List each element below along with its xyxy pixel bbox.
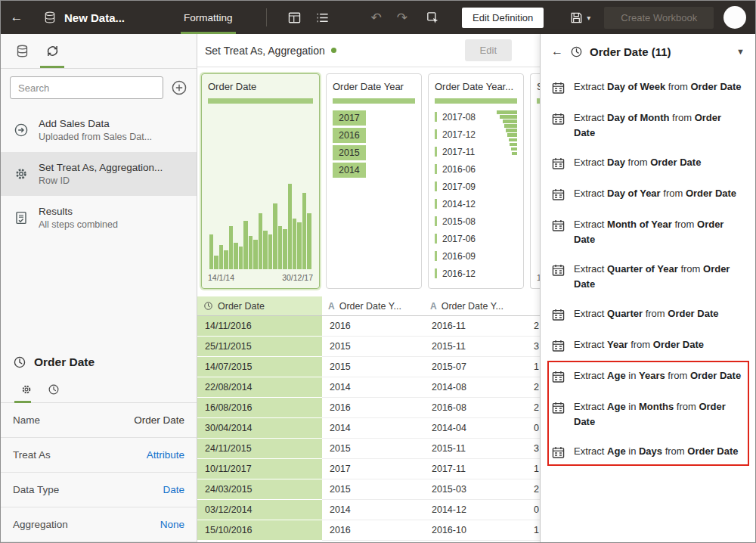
panel-item-extract[interactable]: Extract Month of Year from Order Date: [541, 209, 755, 254]
save-icon[interactable]: [569, 11, 584, 25]
histogram-bar: [234, 243, 237, 269]
table-cell: 2014-04: [424, 418, 526, 439]
step-text: ResultsAll steps combined: [39, 206, 118, 230]
histogram-bar: [278, 226, 282, 269]
value-label: 2017-06: [442, 234, 476, 244]
table-cell: 2014-08: [424, 377, 526, 398]
extract-date-icon: [551, 157, 565, 171]
histogram-bar: [268, 234, 272, 269]
table-cell: 25/11/2015: [197, 337, 322, 357]
create-workbook-button[interactable]: Create Workbook: [604, 7, 714, 29]
avatar[interactable]: [723, 6, 746, 29]
histogram-bar: [293, 219, 296, 269]
value-bar: [435, 234, 437, 244]
tab-column-options[interactable]: [13, 377, 40, 402]
add-step-icon[interactable]: [171, 79, 187, 96]
panel-list: Extract Day of Week from Order DateExtra…: [541, 69, 755, 542]
panel-item-extract[interactable]: Extract Quarter from Order Date: [541, 299, 755, 330]
histogram-bar: [307, 213, 311, 269]
property-value: Order Date: [134, 414, 184, 426]
back-button[interactable]: ←: [1, 1, 33, 34]
panel-item-extract[interactable]: Extract Quarter of Year from Order Date: [541, 254, 755, 299]
step-text: Set Treat As, Aggregation...Row ID: [39, 162, 163, 186]
histogram-bar: [259, 213, 262, 269]
panel-back-icon[interactable]: ←: [551, 45, 563, 58]
property-value[interactable]: None: [160, 519, 184, 530]
undo-icon[interactable]: ↶: [371, 11, 382, 24]
card-order-date-year-month[interactable]: Order Date Year...2017-082017-122017-112…: [428, 73, 524, 289]
table-cell: 2015-11: [424, 337, 526, 357]
histogram-bar: [283, 229, 287, 269]
value-bar: [435, 164, 437, 174]
panel-item-extract[interactable]: Extract Day from Order Date: [541, 147, 755, 178]
step-item[interactable]: Set Treat As, Aggregation...Row ID: [1, 152, 197, 196]
redo-icon[interactable]: ↷: [397, 11, 407, 24]
table-cell: 2017: [322, 459, 424, 479]
card-order-date[interactable]: Order Date14/1/1430/12/17: [201, 73, 320, 289]
panel-item-extract[interactable]: Extract Day of Year from Order Date: [541, 178, 755, 209]
tab-column-time[interactable]: [40, 377, 67, 402]
clock-icon: [203, 301, 213, 311]
search-input[interactable]: [10, 76, 163, 99]
extract-date-icon: [551, 81, 565, 95]
list-view-icon[interactable]: [315, 11, 330, 25]
edit-button[interactable]: Edit: [465, 39, 512, 61]
value-label: 2017-08: [442, 112, 476, 123]
save-caret-icon[interactable]: ▾: [587, 14, 590, 22]
inspect-icon[interactable]: [426, 11, 440, 25]
value-label: 2016-09: [442, 251, 476, 262]
table-cell: 2016-08: [424, 398, 526, 418]
table-cell: 2016: [322, 316, 424, 337]
property-value[interactable]: Attribute: [147, 449, 184, 461]
axis-label: 14/1/14: [208, 273, 234, 282]
value-bar: [435, 147, 437, 157]
table-cell: 2014: [322, 418, 424, 439]
property-value[interactable]: Date: [163, 484, 184, 495]
step-item[interactable]: Add Sales DataUploaded from Sales Dat...: [1, 108, 197, 152]
value-label: 2017-11: [442, 147, 475, 157]
table-cell: 16/08/2016: [197, 398, 322, 418]
value-label: 2017-09: [442, 182, 476, 192]
panel-item-text: Extract Year from Order Date: [574, 337, 704, 352]
panel-item-extract[interactable]: Extract Day of Week from Order Date: [541, 72, 755, 103]
table-cell: 2016-10: [424, 520, 526, 541]
histogram-bar: [219, 245, 223, 269]
panel-item-extract[interactable]: Extract Year from Order Date: [541, 330, 755, 361]
chevron-down-icon[interactable]: ▼: [736, 47, 745, 56]
modified-indicator: [331, 48, 336, 53]
panel-title: Order Date (11): [590, 45, 671, 58]
table-cell: 2015: [322, 439, 424, 459]
menu-formatting[interactable]: Formatting: [181, 1, 236, 34]
histogram-bar: [229, 226, 233, 269]
value-label: 2015-08: [442, 216, 476, 227]
card-title: Order Date Year: [333, 81, 415, 92]
sidebar-tabs: [1, 34, 197, 69]
tab-prepare[interactable]: [37, 34, 67, 68]
gear-icon: [20, 383, 33, 396]
property-label: Name: [13, 414, 40, 426]
extract-date-icon: [551, 188, 565, 202]
frequency-bar: [504, 124, 517, 128]
column-header[interactable]: AOrder Date Y...: [322, 296, 424, 315]
extract-date-icon: [551, 112, 565, 126]
step-item[interactable]: ResultsAll steps combined: [1, 196, 197, 240]
panel-item-extract[interactable]: Extract Age in Years from Order Date: [541, 361, 755, 392]
column-header-label: Order Date Y...: [339, 301, 401, 312]
frequency-bar: [497, 110, 517, 114]
column-header[interactable]: AOrder Date Y...: [424, 296, 526, 315]
property-row: AggregationNone: [1, 507, 197, 542]
frequency-bar: [503, 119, 517, 123]
grid-view-icon[interactable]: [287, 11, 302, 25]
table-cell: 2014: [322, 377, 424, 398]
edit-definition-button[interactable]: Edit Definition: [462, 8, 544, 28]
frequency-bar: [506, 129, 517, 132]
step-text: Add Sales DataUploaded from Sales Dat...: [39, 118, 152, 142]
card-order-date-year[interactable]: Order Date Year2017201620152014: [326, 73, 422, 289]
value-row: 2016-06: [435, 160, 517, 178]
panel-item-extract[interactable]: Extract Age in Months from Order Date: [541, 392, 755, 436]
card-title: Order Date Year...: [435, 81, 517, 92]
panel-item-extract[interactable]: Extract Day of Month from Order Date: [541, 103, 755, 147]
panel-item-extract[interactable]: Extract Age in Days from Order Date: [541, 436, 755, 467]
tab-data[interactable]: [7, 34, 37, 68]
column-header[interactable]: Order Date: [197, 296, 322, 315]
